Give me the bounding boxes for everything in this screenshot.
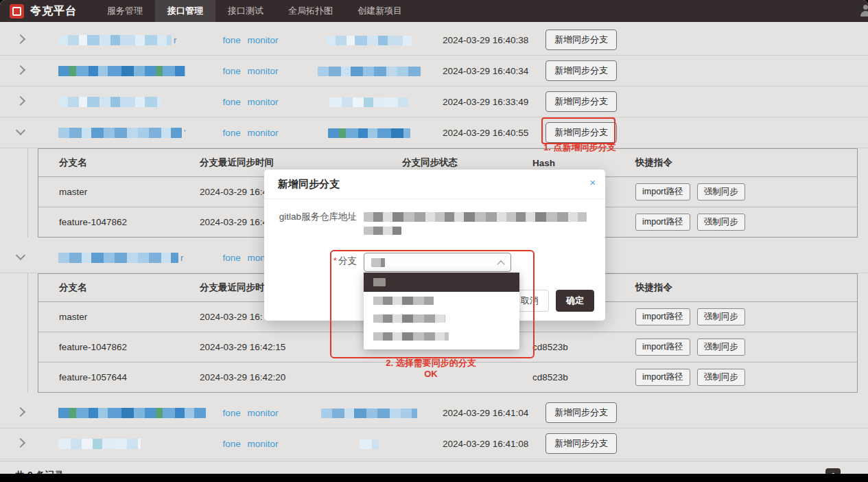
dialog-body: gitlab服务仓库地址 *分支	[264, 199, 605, 272]
row-actions: 新增同步分支	[546, 402, 868, 423]
redacted-service-name	[58, 439, 141, 449]
expand-toggle[interactable]	[0, 68, 41, 73]
redacted-info-cell	[295, 65, 443, 77]
dialog-footer: 取消 确定	[511, 290, 594, 312]
import-path-button[interactable]: import路径	[635, 338, 690, 356]
chevron-down-icon	[16, 251, 25, 260]
last-sync-time: 2024-03-29 16:41:08	[443, 439, 546, 449]
redacted-info-cell	[295, 437, 443, 450]
branch-option[interactable]	[364, 292, 519, 310]
user-avatar-icon[interactable]	[859, 5, 868, 17]
quark-logo-icon	[10, 4, 24, 19]
branch-name: feature-1047862	[38, 217, 200, 227]
service-row: 'fone monitor2024-03-29 16:40:55新增同步分支	[0, 117, 868, 148]
row-actions: 新增同步分支	[546, 122, 868, 143]
force-sync-button[interactable]: 强制同步	[697, 214, 745, 231]
import-path-button[interactable]: import路径	[635, 308, 690, 325]
redacted-info-cell	[295, 406, 443, 419]
last-sync-time: 2024-03-29 16:33:49	[443, 97, 546, 107]
pagination: ‹ 1 ›	[814, 468, 853, 474]
force-sync-button[interactable]: 强制同步	[697, 183, 745, 200]
annotation-step2: 2. 选择需要同步的分支 OK	[330, 358, 532, 380]
nav-tab[interactable]: 全局拓扑图	[276, 0, 345, 22]
add-sync-branch-button[interactable]: 新增同步分支	[546, 402, 617, 423]
force-sync-button[interactable]: 强制同步	[697, 308, 745, 325]
branch-name: feature-1057644	[38, 372, 200, 382]
next-page-icon[interactable]: ›	[849, 468, 853, 474]
force-sync-button[interactable]: 强制同步	[697, 338, 745, 356]
branch-commands: import路径强制同步	[635, 308, 857, 325]
annotation-step1: 1. 点新增同步分支	[543, 141, 615, 154]
gitlab-address-row: gitlab服务仓库地址	[278, 209, 591, 242]
confirm-button[interactable]: 确定	[556, 290, 594, 312]
add-sync-branch-button[interactable]: 新增同步分支	[546, 122, 617, 143]
service-link[interactable]: fone monitor	[206, 66, 295, 76]
branch-commands: import路径强制同步	[635, 214, 857, 231]
chevron-right-icon	[16, 96, 25, 106]
service-row: fone monitor2024-03-29 16:41:08新增同步分支	[0, 428, 868, 459]
import-path-button[interactable]: import路径	[635, 369, 690, 386]
expand-toggle[interactable]	[0, 441, 41, 446]
expand-toggle[interactable]	[0, 410, 41, 415]
expand-toggle[interactable]	[0, 256, 41, 259]
redacted-gitlab-address	[364, 227, 401, 235]
import-path-button[interactable]: import路径	[635, 214, 690, 231]
expand-toggle[interactable]	[0, 37, 41, 43]
chevron-right-icon	[16, 65, 25, 75]
service-row: fone monitor2024-03-29 16:41:04新增同步分支	[0, 398, 868, 428]
column-header: 分支同步状态	[402, 157, 532, 169]
last-sync-time: 2024-03-29 16:41:04	[443, 408, 546, 418]
service-name-suffix: '	[184, 128, 185, 138]
service-name-suffix: r	[174, 35, 176, 45]
close-icon[interactable]: ×	[589, 176, 596, 188]
import-path-button[interactable]: import路径	[635, 183, 690, 200]
service-link[interactable]: fone monitor	[206, 128, 295, 138]
add-sync-branch-button[interactable]: 新增同步分支	[546, 91, 617, 112]
nav-menu: 服务管理接口管理接口测试全局拓扑图创建新项目	[95, 0, 414, 22]
force-sync-button[interactable]: 强制同步	[697, 369, 745, 386]
page-number-button[interactable]: 1	[825, 468, 841, 474]
row-actions: 新增同步分支	[546, 91, 868, 112]
branch-option[interactable]	[364, 273, 519, 292]
redacted-service-name	[58, 253, 178, 263]
redacted-info-cell	[295, 34, 443, 46]
chevron-right-icon	[16, 407, 25, 417]
redacted-service-name	[58, 66, 185, 76]
redacted-service-name	[58, 35, 172, 45]
service-link[interactable]: fone monitor	[206, 97, 295, 107]
required-mark: *	[333, 255, 337, 266]
expand-toggle[interactable]	[0, 99, 41, 104]
add-sync-branch-button[interactable]: 新增同步分支	[546, 30, 617, 50]
service-name-cell	[41, 95, 206, 108]
service-link[interactable]: fone monitor	[206, 35, 295, 45]
branch-commands: import路径强制同步	[635, 183, 857, 200]
nav-tab[interactable]: 接口管理	[155, 0, 215, 22]
nav-tab[interactable]: 创建新项目	[345, 0, 414, 22]
redacted-branch-option	[373, 314, 445, 323]
redacted-branch-option	[373, 278, 386, 286]
service-link[interactable]: fone monitor	[206, 408, 295, 418]
redacted-selected-branch	[371, 258, 385, 267]
service-name-cell	[41, 437, 206, 450]
redacted-info	[318, 67, 421, 76]
prev-page-icon[interactable]: ‹	[814, 468, 818, 474]
record-count: 共 9 条记录	[15, 470, 64, 474]
branch-select[interactable]	[364, 253, 511, 272]
service-link[interactable]: fone monitor	[206, 439, 295, 449]
nav-tab[interactable]: 服务管理	[95, 0, 155, 22]
redacted-info	[328, 128, 410, 138]
branch-option[interactable]	[364, 328, 519, 345]
expand-toggle[interactable]	[0, 131, 41, 134]
service-name-cell	[41, 406, 206, 419]
add-sync-branch-button[interactable]: 新增同步分支	[546, 433, 617, 454]
branch-option[interactable]	[364, 310, 519, 328]
add-sync-branch-button[interactable]: 新增同步分支	[546, 60, 617, 81]
nav-tab[interactable]: 接口测试	[215, 0, 276, 22]
brand-title: 夸克平台	[30, 4, 77, 19]
column-header: 分支名	[38, 282, 200, 294]
chevron-up-icon	[497, 260, 504, 268]
dialog-header: 新增同步分支 ×	[264, 170, 605, 199]
branch-hash: cd8523b	[532, 342, 635, 352]
redacted-service-name	[58, 408, 206, 418]
row-actions: 新增同步分支	[546, 30, 868, 50]
